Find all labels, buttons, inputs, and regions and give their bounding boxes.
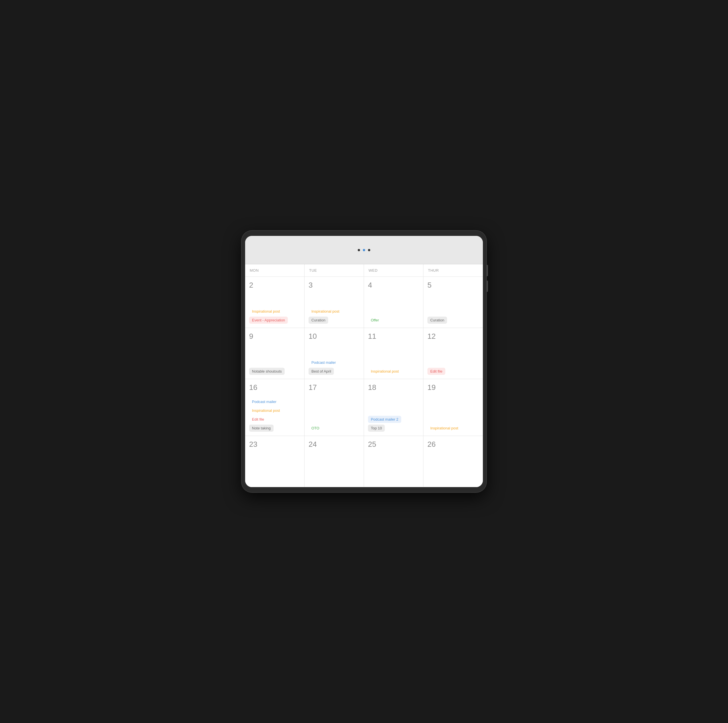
event-tag[interactable]: Best of April <box>309 368 334 375</box>
event-tag[interactable]: Notable shoutouts <box>249 368 284 375</box>
day-number: 10 <box>309 332 360 341</box>
event-tag[interactable]: Podcast mailer <box>249 398 279 405</box>
events-list: Edit file <box>427 368 479 375</box>
event-tag[interactable]: Edit file <box>249 416 267 423</box>
event-tag[interactable]: Inspirational post <box>368 368 402 375</box>
calendar-header: MONTUEWEDTHUR <box>245 264 483 277</box>
calendar-cell-17[interactable]: 17OTO <box>304 379 364 436</box>
events-list: Podcast mailerBest of April <box>309 359 360 375</box>
event-tag[interactable]: Inspirational post <box>427 425 461 432</box>
day-number: 12 <box>427 332 479 341</box>
camera-dot-right <box>368 249 370 251</box>
day-number: 2 <box>249 281 301 290</box>
day-number: 25 <box>368 440 420 449</box>
event-tag[interactable]: Podcast mailer <box>309 359 339 366</box>
events-list: OTO <box>309 425 360 432</box>
camera-dot-center <box>363 249 365 251</box>
day-number: 19 <box>427 383 479 392</box>
day-number: 11 <box>368 332 420 341</box>
tablet-screen: MONTUEWEDTHUR 2Inspirational postEvent -… <box>245 236 483 487</box>
events-list: Inspirational post <box>368 368 420 375</box>
day-number: 5 <box>427 281 479 290</box>
day-number: 17 <box>309 383 360 392</box>
column-header-tue: TUE <box>304 264 364 276</box>
day-number: 24 <box>309 440 360 449</box>
calendar-cell-18[interactable]: 18Podcast mailer 2Top 10 <box>364 379 424 436</box>
event-tag[interactable]: Offer <box>368 317 382 324</box>
events-list: Offer <box>368 317 420 324</box>
day-number: 26 <box>427 440 479 449</box>
events-list: Podcast mailerInspirational postEdit fil… <box>249 398 301 432</box>
calendar-cell-3[interactable]: 3Inspirational postCuration <box>304 277 364 328</box>
calendar-cell-10[interactable]: 10Podcast mailerBest of April <box>304 328 364 379</box>
event-tag[interactable]: Top 10 <box>368 425 385 432</box>
day-number: 3 <box>309 281 360 290</box>
events-list: Curation <box>427 317 479 324</box>
column-header-wed: WED <box>364 264 424 276</box>
calendar-cell-25[interactable]: 25 <box>364 436 424 487</box>
calendar-cell-24[interactable]: 24 <box>304 436 364 487</box>
events-list: Notable shoutouts <box>249 368 301 375</box>
event-tag[interactable]: Curation <box>309 317 328 324</box>
column-header-mon: MON <box>245 264 304 276</box>
day-number: 4 <box>368 281 420 290</box>
event-tag[interactable]: Inspirational post <box>309 308 342 315</box>
event-tag[interactable]: Inspirational post <box>249 407 283 414</box>
day-number: 23 <box>249 440 301 449</box>
day-number: 16 <box>249 383 301 392</box>
calendar-cell-11[interactable]: 11Inspirational post <box>364 328 424 379</box>
event-tag[interactable]: Note taking <box>249 425 274 432</box>
top-bar <box>245 236 483 264</box>
event-tag[interactable]: Curation <box>427 317 447 324</box>
event-tag[interactable]: Edit file <box>427 368 445 375</box>
event-tag[interactable]: Inspirational post <box>249 308 283 315</box>
calendar-cell-19[interactable]: 19Inspirational post <box>424 379 483 436</box>
calendar-cell-12[interactable]: 12Edit file <box>424 328 483 379</box>
events-list: Inspirational postEvent - Appreciation <box>249 308 301 324</box>
calendar-container: MONTUEWEDTHUR 2Inspirational postEvent -… <box>245 264 483 487</box>
calendar-cell-16[interactable]: 16Podcast mailerInspirational postEdit f… <box>245 379 304 436</box>
calendar-cell-26[interactable]: 26 <box>424 436 483 487</box>
events-list: Inspirational post <box>427 425 479 432</box>
column-header-thur: THUR <box>424 264 483 276</box>
day-number: 18 <box>368 383 420 392</box>
calendar-cell-9[interactable]: 9Notable shoutouts <box>245 328 304 379</box>
side-button-1 <box>486 265 488 276</box>
camera-dot-left <box>358 249 360 251</box>
event-tag[interactable]: OTO <box>309 425 322 432</box>
side-button-2 <box>486 281 488 292</box>
events-list: Inspirational postCuration <box>309 308 360 324</box>
calendar-cell-23[interactable]: 23 <box>245 436 304 487</box>
day-number: 9 <box>249 332 301 341</box>
calendar-grid: 2Inspirational postEvent - Appreciation3… <box>245 277 483 487</box>
calendar-cell-2[interactable]: 2Inspirational postEvent - Appreciation <box>245 277 304 328</box>
event-tag[interactable]: Podcast mailer 2 <box>368 416 401 423</box>
tablet-frame: MONTUEWEDTHUR 2Inspirational postEvent -… <box>242 231 486 492</box>
event-tag[interactable]: Event - Appreciation <box>249 317 288 324</box>
calendar-cell-5[interactable]: 5Curation <box>424 277 483 328</box>
events-list: Podcast mailer 2Top 10 <box>368 416 420 432</box>
calendar-cell-4[interactable]: 4Offer <box>364 277 424 328</box>
